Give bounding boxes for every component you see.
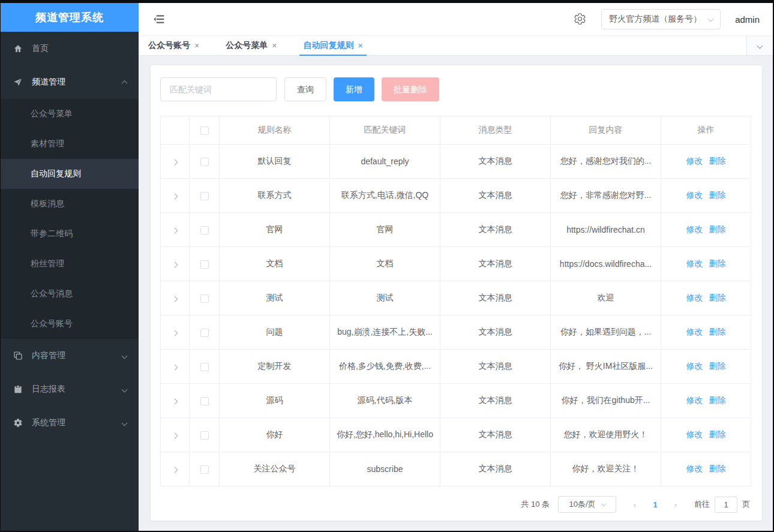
- sidebar-subitem[interactable]: 自动回复规则: [1, 159, 139, 189]
- checkbox-cell: [190, 452, 220, 486]
- row-checkbox[interactable]: [200, 465, 209, 474]
- delete-link[interactable]: 删除: [709, 259, 726, 268]
- delete-link[interactable]: 删除: [709, 224, 726, 234]
- edit-link[interactable]: 修改: [686, 464, 703, 473]
- expand-row-icon[interactable]: [172, 467, 178, 473]
- chevron-up-icon: [122, 80, 128, 86]
- expand-row-icon[interactable]: [172, 433, 178, 439]
- sidebar-item-3[interactable]: 日志报表: [1, 372, 139, 406]
- expand-row-icon[interactable]: [172, 399, 178, 405]
- actions-cell: 修改删除: [661, 452, 751, 486]
- sidebar-item-4[interactable]: 系统管理: [1, 406, 139, 440]
- edit-link[interactable]: 修改: [686, 361, 703, 371]
- row-checkbox[interactable]: [200, 260, 209, 269]
- message-type-cell: 文本消息: [440, 418, 551, 452]
- expand-row-icon[interactable]: [172, 228, 178, 234]
- edit-link[interactable]: 修改: [686, 259, 703, 268]
- edit-link[interactable]: 修改: [686, 395, 703, 405]
- row-checkbox[interactable]: [200, 192, 209, 200]
- app-window: 频道管理系统 首页频道管理公众号菜单素材管理自动回复规则模板消息带参二维码粉丝管…: [1, 3, 773, 531]
- rule-name-cell: 默认回复: [220, 145, 330, 179]
- sidebar-subitem[interactable]: 带参二维码: [1, 219, 139, 249]
- edit-link[interactable]: 修改: [686, 190, 703, 200]
- batch-delete-button[interactable]: 批量删除: [382, 77, 439, 101]
- sidebar-item-2[interactable]: 内容管理: [1, 339, 139, 372]
- edit-link[interactable]: 修改: [686, 327, 703, 336]
- tab-overflow-button[interactable]: [746, 36, 773, 55]
- goto-page: 前往 页: [694, 497, 750, 513]
- tab-2[interactable]: 自动回复规则×: [303, 36, 362, 55]
- delete-link[interactable]: 删除: [709, 293, 726, 302]
- sidebar-subitem[interactable]: 粉丝管理: [1, 249, 139, 279]
- actions-cell: 修改删除: [661, 179, 751, 213]
- tab-1[interactable]: 公众号菜单×: [226, 36, 277, 55]
- page-size-select[interactable]: 10条/页: [558, 496, 616, 513]
- tab-close-icon[interactable]: ×: [194, 41, 199, 50]
- user-menu[interactable]: admin: [735, 14, 760, 25]
- sidebar-subitem[interactable]: 公众号账号: [1, 309, 139, 339]
- edit-link[interactable]: 修改: [686, 429, 703, 439]
- expand-cell: [161, 213, 190, 247]
- row-checkbox[interactable]: [200, 294, 209, 303]
- expand-cell: [161, 145, 190, 179]
- select-all-checkbox[interactable]: [200, 127, 209, 135]
- delete-link[interactable]: 删除: [709, 395, 726, 405]
- page-number[interactable]: 1: [645, 500, 665, 509]
- column-header: 消息类型: [440, 116, 551, 145]
- actions-cell: 修改删除: [661, 145, 751, 179]
- row-checkbox[interactable]: [200, 158, 209, 166]
- sidebar-subitem[interactable]: 公众号菜单: [1, 99, 139, 129]
- select-all-header: [190, 116, 220, 145]
- tab-close-icon[interactable]: ×: [358, 41, 362, 50]
- rule-name-cell: 定制开发: [220, 350, 330, 384]
- table-row: 文档文档文本消息https://docs.wildfirecha...修改删除: [161, 247, 751, 281]
- expand-row-icon[interactable]: [172, 194, 178, 200]
- add-button[interactable]: 新增: [334, 77, 374, 101]
- top-header: 野火官方频道（服务号） admin: [139, 3, 773, 36]
- edit-link[interactable]: 修改: [686, 224, 703, 234]
- delete-link[interactable]: 删除: [709, 190, 726, 200]
- edit-link[interactable]: 修改: [686, 293, 703, 302]
- reply-content-cell: 欢迎: [551, 281, 661, 315]
- sidebar-item-1[interactable]: 频道管理: [1, 65, 139, 99]
- settings-gear-icon[interactable]: [574, 13, 587, 26]
- expand-row-icon[interactable]: [172, 296, 178, 302]
- sidebar-subitem[interactable]: 公众号消息: [1, 279, 139, 309]
- reply-content-cell: 您好，非常感谢您对野...: [551, 179, 661, 213]
- keywords-cell: 你好,您好,hello,hi,Hi,Hello: [330, 418, 440, 452]
- expand-cell: [161, 315, 190, 350]
- row-checkbox[interactable]: [200, 329, 209, 337]
- rules-card: 查询 新增 批量删除 规则名称匹配关键词消息类型回复内容操作 默认回复defau…: [151, 65, 762, 521]
- delete-link[interactable]: 删除: [709, 429, 726, 439]
- sidebar-item-0[interactable]: 首页: [1, 32, 139, 65]
- delete-link[interactable]: 删除: [709, 464, 726, 473]
- sidebar-subitem[interactable]: 素材管理: [1, 129, 139, 159]
- expand-row-icon[interactable]: [172, 160, 178, 166]
- row-checkbox[interactable]: [200, 431, 209, 440]
- query-button[interactable]: 查询: [284, 77, 326, 101]
- goto-page-input[interactable]: [715, 497, 737, 513]
- delete-link[interactable]: 删除: [709, 361, 726, 371]
- next-page-button[interactable]: ›: [665, 500, 686, 509]
- tab-0[interactable]: 公众号账号×: [148, 36, 199, 55]
- channel-select[interactable]: 野火官方频道（服务号）: [601, 9, 721, 29]
- checkbox-cell: [190, 384, 220, 418]
- table-row: 关注公众号subscribe文本消息你好，欢迎关注！修改删除: [161, 452, 751, 486]
- row-checkbox[interactable]: [200, 363, 209, 371]
- prev-page-button[interactable]: ‹: [625, 500, 645, 509]
- rule-name-cell: 问题: [220, 315, 330, 350]
- edit-link[interactable]: 修改: [686, 156, 703, 166]
- expand-row-icon[interactable]: [172, 365, 178, 371]
- expand-row-icon[interactable]: [172, 262, 178, 268]
- row-checkbox[interactable]: [200, 397, 209, 405]
- sidebar-subitem[interactable]: 模板消息: [1, 189, 139, 219]
- sidebar-item-label: 系统管理: [32, 417, 118, 428]
- delete-link[interactable]: 删除: [709, 327, 726, 336]
- row-checkbox[interactable]: [200, 226, 209, 235]
- tab-close-icon[interactable]: ×: [272, 41, 277, 50]
- sidebar-collapse-icon[interactable]: [153, 13, 165, 25]
- expand-row-icon[interactable]: [172, 330, 178, 336]
- chevron-down-icon: [122, 353, 128, 359]
- delete-link[interactable]: 删除: [709, 156, 726, 166]
- search-input[interactable]: [160, 77, 277, 101]
